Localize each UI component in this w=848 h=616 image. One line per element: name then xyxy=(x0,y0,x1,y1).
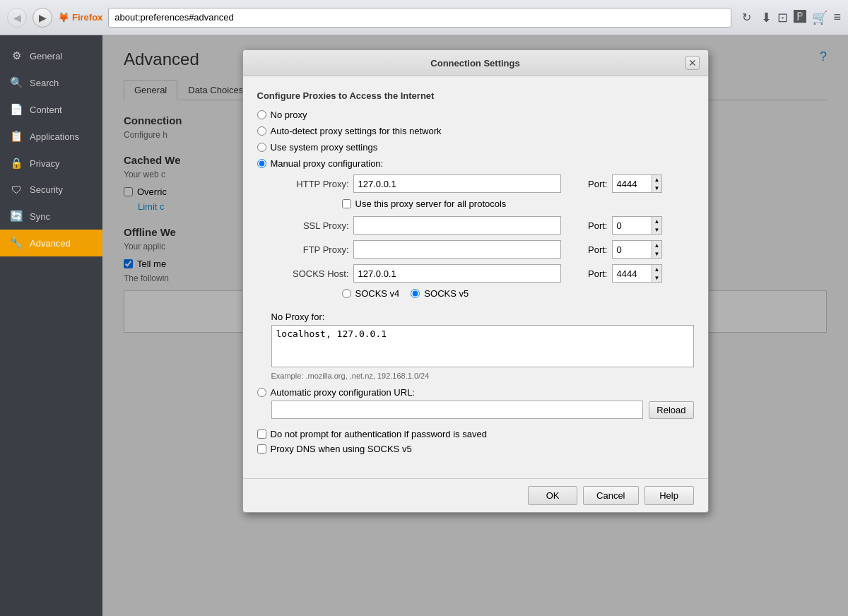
auto-proxy-radio-row[interactable]: Automatic proxy configuration URL: xyxy=(257,387,694,398)
http-port-wrap: ▲ ▼ xyxy=(612,174,669,193)
radio-system-proxy-input[interactable] xyxy=(257,143,266,152)
ssl-port-input[interactable] xyxy=(612,216,652,235)
use-all-protocols-checkbox[interactable] xyxy=(342,199,351,208)
search-icon: 🔍 xyxy=(10,76,23,89)
reload-button[interactable]: ↻ xyxy=(737,8,755,27)
dialog-footer: OK Cancel Help xyxy=(243,478,708,512)
cart-icon[interactable]: 🛒 xyxy=(812,10,828,25)
sidebar-label-general: General xyxy=(30,51,62,61)
socks-host-row: SOCKS Host: Port: ▲ ▼ xyxy=(271,264,694,283)
ftp-port-label: Port: xyxy=(565,244,608,255)
content-area: ? Advanced General Data Choices Update C… xyxy=(102,35,848,616)
radio-auto-detect-input[interactable] xyxy=(257,126,266,136)
auto-proxy-input[interactable] xyxy=(271,401,644,419)
sidebar: ⚙ General 🔍 Search 📄 Content 📋 Applicati… xyxy=(0,35,102,616)
privacy-icon: 🔒 xyxy=(10,157,23,170)
no-proxy-label: No Proxy for: xyxy=(271,312,694,322)
sidebar-label-advanced: Advanced xyxy=(30,238,71,249)
connection-settings-dialog: Connection Settings ✕ Configure Proxies … xyxy=(242,49,709,513)
sidebar-item-applications[interactable]: 📋 Applications xyxy=(0,123,102,150)
dialog-extra-checkboxes: Do not prompt for authentication if pass… xyxy=(257,429,694,454)
address-bar[interactable] xyxy=(108,8,731,28)
socks-host-label: SOCKS Host: xyxy=(271,268,349,279)
ftp-proxy-row: FTP Proxy: Port: ▲ ▼ xyxy=(271,240,694,259)
ssl-port-down[interactable]: ▼ xyxy=(652,225,662,234)
http-proxy-label: HTTP Proxy: xyxy=(271,179,349,189)
browser-chrome: ◀ ▶ 🦊 Firefox ↻ ⬇ ⊡ 🅿 🛒 ≡ xyxy=(0,0,848,35)
socks-port-input[interactable] xyxy=(612,264,652,283)
radio-manual-proxy-input[interactable] xyxy=(257,159,266,168)
radio-manual-proxy[interactable]: Manual proxy configuration: xyxy=(257,158,694,169)
sidebar-label-security: Security xyxy=(30,184,63,195)
sidebar-label-privacy: Privacy xyxy=(30,158,60,169)
http-port-down[interactable]: ▼ xyxy=(652,184,662,192)
http-port-up[interactable]: ▲ xyxy=(652,175,662,184)
socks-v5-radio[interactable] xyxy=(411,289,420,298)
ftp-port-input[interactable] xyxy=(612,240,652,259)
dialog-close-button[interactable]: ✕ xyxy=(685,56,700,70)
socks-v5-radio-row[interactable]: SOCKS v5 xyxy=(411,288,469,299)
sidebar-item-content[interactable]: 📄 Content xyxy=(0,96,102,123)
proxy-dns-row: Proxy DNS when using SOCKS v5 xyxy=(257,444,694,454)
http-port-input[interactable] xyxy=(612,174,652,193)
ftp-port-up[interactable]: ▲ xyxy=(652,241,662,249)
socks-host-input[interactable] xyxy=(353,264,561,283)
socks-port-down[interactable]: ▼ xyxy=(652,273,662,282)
menu-icon[interactable]: ≡ xyxy=(833,10,841,25)
ssl-proxy-input[interactable] xyxy=(353,216,561,235)
radio-system-proxy-label: Use system proxy settings xyxy=(271,142,378,153)
firefox-logo: 🦊 Firefox xyxy=(58,12,102,23)
no-proxy-textarea[interactable]: localhost, 127.0.0.1 xyxy=(271,325,694,367)
proxy-dns-label: Proxy DNS when using SOCKS v5 xyxy=(271,444,412,454)
ftp-port-down[interactable]: ▼ xyxy=(652,249,662,258)
cancel-button[interactable]: Cancel xyxy=(583,486,638,505)
back-button[interactable]: ◀ xyxy=(7,8,27,28)
sidebar-item-sync[interactable]: 🔄 Sync xyxy=(0,203,102,230)
help-button[interactable]: Help xyxy=(644,486,694,505)
window-snap-icon[interactable]: ⊡ xyxy=(777,10,788,25)
auto-proxy-input-row: Reload xyxy=(271,401,694,419)
applications-icon: 📋 xyxy=(10,130,23,143)
sidebar-item-security[interactable]: 🛡 Security xyxy=(0,177,102,203)
ftp-port-spinner: ▲ ▼ xyxy=(652,240,663,259)
dialog-title: Connection Settings xyxy=(266,58,685,69)
radio-no-proxy-input[interactable] xyxy=(257,110,266,119)
forward-button[interactable]: ▶ xyxy=(33,8,52,28)
http-proxy-row: HTTP Proxy: Port: ▲ ▼ xyxy=(271,174,694,193)
socks-v4-radio-row[interactable]: SOCKS v4 xyxy=(342,288,400,299)
sidebar-label-search: Search xyxy=(30,78,59,88)
radio-auto-detect[interactable]: Auto-detect proxy settings for this netw… xyxy=(257,126,694,136)
firefox-label: Firefox xyxy=(72,12,102,23)
use-all-protocols-label: Use this proxy server for all protocols xyxy=(355,199,507,209)
modal-overlay: Connection Settings ✕ Configure Proxies … xyxy=(102,35,848,616)
ssl-port-up[interactable]: ▲ xyxy=(652,217,662,225)
sync-icon: 🔄 xyxy=(10,210,23,223)
ftp-port-wrap: ▲ ▼ xyxy=(612,240,669,259)
radio-system-proxy[interactable]: Use system proxy settings xyxy=(257,142,694,153)
sidebar-item-search[interactable]: 🔍 Search xyxy=(0,69,102,96)
do-not-prompt-checkbox[interactable] xyxy=(257,430,266,439)
download-icon[interactable]: ⬇ xyxy=(761,10,772,25)
http-proxy-input[interactable] xyxy=(353,174,561,193)
ok-button[interactable]: OK xyxy=(528,486,577,505)
ssl-proxy-label: SSL Proxy: xyxy=(271,220,349,231)
socks-v4-radio[interactable] xyxy=(342,289,351,298)
sidebar-item-general[interactable]: ⚙ General xyxy=(0,42,102,69)
reload-button[interactable]: Reload xyxy=(649,401,693,419)
socks-port-up[interactable]: ▲ xyxy=(652,265,662,273)
ftp-proxy-input[interactable] xyxy=(353,240,561,259)
radio-auto-detect-label: Auto-detect proxy settings for this netw… xyxy=(271,126,442,136)
content-icon: 📄 xyxy=(10,103,23,116)
url-input[interactable] xyxy=(114,12,725,23)
proxy-heading: Configure Proxies to Access the Internet xyxy=(257,90,694,101)
ssl-port-spinner: ▲ ▼ xyxy=(652,216,663,235)
pocket-icon[interactable]: 🅿 xyxy=(794,10,806,25)
auto-proxy-radio[interactable] xyxy=(257,388,266,397)
sidebar-item-advanced[interactable]: 🔧 Advanced xyxy=(0,230,102,256)
proxy-dns-checkbox[interactable] xyxy=(257,444,266,454)
sidebar-item-privacy[interactable]: 🔒 Privacy xyxy=(0,150,102,177)
radio-no-proxy[interactable]: No proxy xyxy=(257,109,694,120)
toolbar-icons: ⬇ ⊡ 🅿 🛒 ≡ xyxy=(761,10,841,25)
do-not-prompt-label: Do not prompt for authentication if pass… xyxy=(271,429,487,439)
socks-port-wrap: ▲ ▼ xyxy=(612,264,669,283)
